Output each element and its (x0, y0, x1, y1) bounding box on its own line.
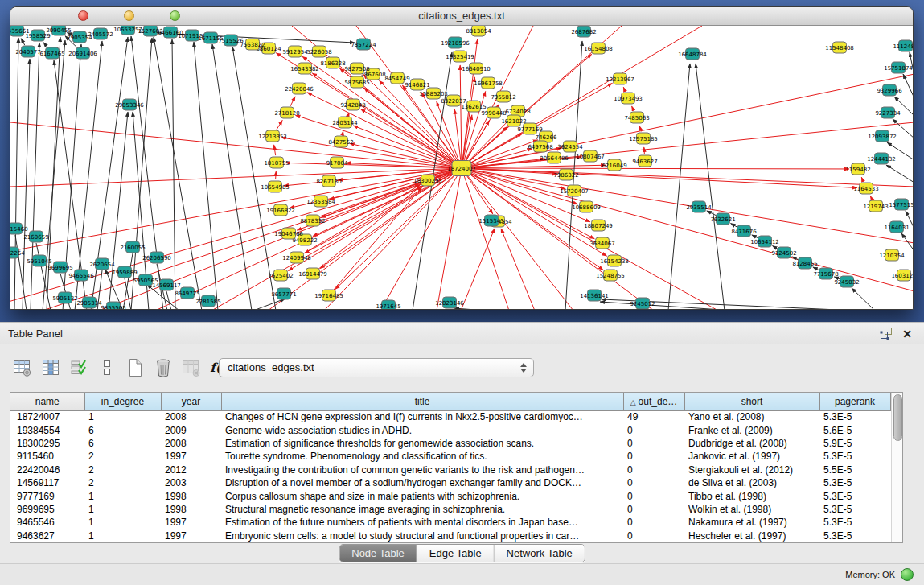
table-cell[interactable]: Dudbridge et al. (2008) (684, 437, 819, 450)
table-cell[interactable]: 6 (84, 437, 161, 450)
graph-node[interactable]: 8186328 (320, 57, 345, 68)
graph-node[interactable]: 1577515 (889, 199, 914, 210)
table-scrollbar-thumb[interactable] (893, 394, 902, 441)
graph-node[interactable]: 10973493 (614, 93, 643, 104)
table-cell[interactable]: 5.6E-5 (819, 423, 890, 436)
graph-node[interactable]: 10654112 (750, 236, 779, 247)
table-cell[interactable]: Estimation of the future numbers of pati… (221, 516, 623, 529)
table-cell[interactable]: Disruption of a novel member of a sodium… (221, 476, 623, 489)
graph-node[interactable]: 7986322 (553, 169, 578, 180)
graph-node[interactable]: 12023146 (435, 297, 464, 308)
table-row[interactable]: 1456911722003Disruption of a novel membe… (10, 476, 890, 489)
column-header[interactable]: short (684, 393, 819, 410)
graph-node[interactable]: 1971645 (376, 300, 400, 310)
table-cell[interactable]: 5.5E-5 (819, 463, 890, 476)
column-header[interactable]: pagerank (819, 393, 890, 410)
column-header[interactable]: in_degree (84, 393, 161, 410)
table-row[interactable]: 969969511998Structural magnetic resonanc… (10, 503, 890, 516)
table-cell[interactable]: 0 (623, 476, 684, 489)
tab-edge-table[interactable]: Edge Table (417, 545, 495, 562)
select-all-rows-icon[interactable] (68, 356, 90, 379)
table-scrollbar[interactable] (891, 393, 903, 542)
table-row[interactable]: 946362711997Embryonic stem cells: a mode… (10, 529, 890, 542)
table-cell[interactable]: Structural magnetic resonance image aver… (221, 503, 623, 516)
table-cell[interactable]: Genome-wide association studies in ADHD. (221, 423, 623, 436)
table-row[interactable]: 977716911998Corpus callosum shape and si… (10, 489, 890, 502)
graph-node[interactable]: 9329966 (877, 84, 902, 96)
table-cell[interactable]: 14569117 (10, 476, 84, 489)
column-header[interactable]: title (221, 393, 623, 410)
graph-node[interactable]: 8649725 (175, 287, 199, 299)
table-cell[interactable]: 18724007 (10, 410, 84, 423)
table-cell[interactable]: 5.3E-5 (819, 489, 890, 502)
table-cell[interactable]: 9699695 (10, 503, 84, 516)
graph-node[interactable]: 12409948 (282, 252, 311, 263)
table-cell[interactable]: Embryonic stem cells: a model to study s… (221, 529, 623, 542)
table-row[interactable]: 1872400712008Changes of HCN gene express… (10, 410, 890, 423)
table-cell[interactable]: 5.3E-5 (819, 450, 890, 463)
graph-node[interactable]: 8657771 (271, 288, 296, 299)
table-cell[interactable]: 2 (84, 476, 161, 489)
table-cell[interactable]: Estimation of significance thresholds fo… (221, 437, 623, 450)
table-cell[interactable]: 2008 (161, 437, 221, 450)
graph-node[interactable]: 15751874 (884, 62, 913, 73)
graph-node[interactable]: 5912954 (282, 46, 308, 57)
graph-node[interactable]: 2687682 (571, 26, 596, 37)
graph-node[interactable]: 2160055 (120, 241, 145, 253)
graph-node[interactable]: 16640910 (462, 63, 491, 74)
graph-node[interactable]: 8878332 (300, 215, 325, 226)
graph-node[interactable]: 15720407 (560, 185, 589, 196)
table-row[interactable]: 911546021997Tourette syndrome. Phenomeno… (10, 450, 890, 463)
table-cell[interactable]: 1 (84, 529, 161, 542)
clear-selection-icon[interactable] (96, 356, 118, 379)
graph-node[interactable]: 7625402 (268, 270, 293, 281)
show-columns-icon[interactable] (39, 356, 62, 379)
table-cell[interactable]: 2008 (161, 410, 221, 423)
graph-node[interactable]: 1164031 (884, 221, 909, 233)
table-cell[interactable]: 1 (84, 489, 161, 502)
graph-node[interactable]: 10688609 (572, 201, 601, 212)
graph-node[interactable]: 2935514 (686, 201, 712, 212)
table-cell[interactable]: Stergiakouli et al. (2012) (684, 463, 819, 476)
table-cell[interactable]: 9115460 (10, 450, 84, 463)
table-cell[interactable]: 0 (623, 463, 684, 476)
table-cell[interactable]: Jankovic et al. (1997) (684, 450, 819, 463)
graph-node[interactable]: 12213353 (258, 130, 287, 142)
graph-node[interactable]: 20691406 (68, 47, 97, 59)
table-cell[interactable]: 2003 (161, 476, 221, 489)
table-cell[interactable]: 1998 (161, 503, 221, 516)
graph-node[interactable]: 1112480 (893, 40, 914, 51)
graph-node[interactable]: 11548408 (825, 42, 854, 53)
table-cell[interactable]: de Silva et al. (2003) (684, 476, 819, 489)
table-cell[interactable]: 0 (623, 529, 684, 542)
table-cell[interactable]: 9465546 (10, 516, 84, 529)
graph-node[interactable]: 2718120 (274, 107, 299, 118)
graph-node[interactable]: 16648784 (678, 48, 707, 60)
table-cell[interactable]: 2009 (161, 423, 221, 436)
table-cell[interactable]: 22420046 (10, 463, 84, 476)
table-cell[interactable]: 0 (623, 503, 684, 516)
graph-node[interactable]: 5905132 (52, 292, 77, 303)
table-cell[interactable]: 5.3E-5 (819, 529, 890, 542)
graph-node[interactable]: 12975185 (629, 133, 658, 144)
network-window[interactable]: citations_edges.txt 18724007183002958813… (10, 6, 914, 310)
graph-node[interactable]: 9245032 (834, 276, 859, 287)
table-cell[interactable]: 5.9E-5 (819, 437, 890, 450)
table-cell[interactable]: Hescheler et al. (1997) (684, 529, 819, 542)
table-cell[interactable]: 5.3E-5 (819, 516, 890, 529)
table-cell[interactable]: 0 (623, 450, 684, 463)
table-cell[interactable]: Tibbo et al. (1998) (684, 489, 819, 502)
table-cell[interactable]: 0 (623, 489, 684, 502)
graph-node[interactable]: 1603122 (891, 270, 914, 281)
graph-node[interactable]: 19218596 (441, 37, 470, 48)
graph-node[interactable]: 9245012 (630, 298, 655, 309)
graph-node[interactable]: 1219743 (863, 200, 888, 212)
graph-node[interactable]: 9855505 (101, 302, 125, 310)
table-cell[interactable]: Franke et al. (2009) (684, 423, 819, 436)
graph-node[interactable]: 26206590 (142, 252, 171, 263)
table-cell[interactable]: Wolkin et al. (1998) (684, 503, 819, 516)
graph-node[interactable]: 16961758 (474, 77, 503, 89)
delete-table-icon[interactable] (180, 356, 203, 379)
graph-node[interactable]: 8427552 (328, 136, 353, 147)
graph-node[interactable]: 22420046 (285, 83, 314, 94)
